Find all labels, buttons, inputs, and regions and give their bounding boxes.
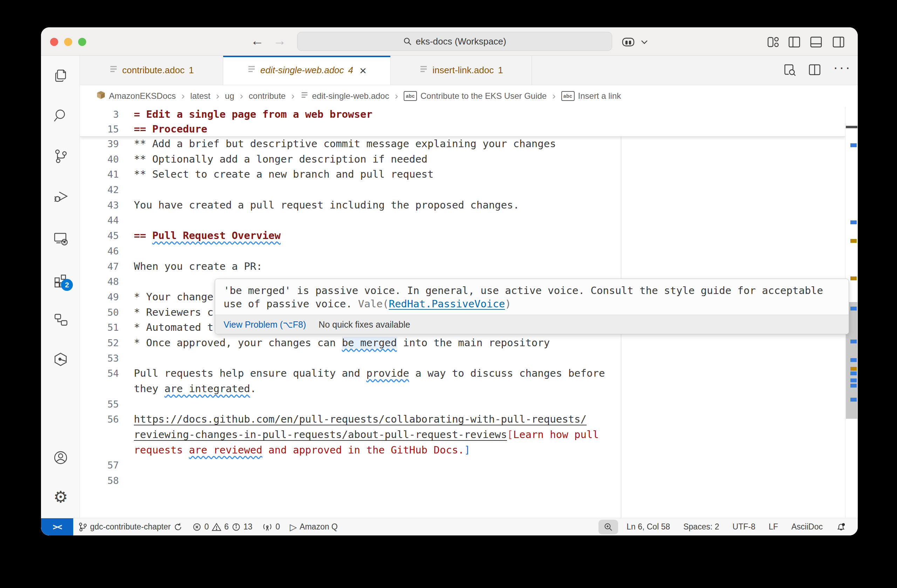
problems-item[interactable]: 0 6 13	[187, 518, 257, 536]
editor-line[interactable]: 46	[80, 243, 845, 259]
editor-line[interactable]: requests are reviewed and approved in th…	[80, 443, 845, 458]
line-number[interactable]: 52	[80, 335, 119, 351]
editor-line[interactable]: 56https://docs.github.com/en/pull-reques…	[80, 412, 845, 427]
broadcast-item[interactable]: 0	[257, 518, 285, 536]
tab-contribute.adoc[interactable]: contribute.adoc1	[80, 56, 223, 85]
line-number[interactable]: 58	[80, 473, 119, 488]
hierarchy-icon[interactable]	[52, 311, 69, 327]
line-number[interactable]: 46	[80, 243, 119, 259]
editor-line[interactable]: 41** Select to create a new branch and p…	[80, 167, 845, 182]
cursor-position[interactable]: Ln 6, Col 58	[621, 518, 675, 536]
customize-layout-icon[interactable]	[766, 35, 780, 49]
close-tab-icon[interactable]: ×	[360, 65, 366, 76]
editor-line[interactable]: reviewing-changes-in-pull-requests/about…	[80, 427, 845, 443]
line-number[interactable]: 3	[80, 107, 119, 122]
line-number[interactable]: 54	[80, 366, 119, 381]
explorer-icon[interactable]	[52, 67, 69, 84]
command-center-search[interactable]: eks-docs (Workspace)	[297, 32, 612, 51]
indentation[interactable]: Spaces: 2	[678, 518, 724, 536]
zoom-status-button[interactable]	[599, 520, 618, 534]
editor-line[interactable]: 55	[80, 397, 845, 412]
language-mode[interactable]: AsciiDoc	[787, 518, 828, 536]
line-number[interactable]: 48	[80, 274, 119, 289]
line-number[interactable]: 43	[80, 198, 119, 213]
chevron-down-icon[interactable]	[637, 35, 651, 49]
breadcrumb-item[interactable]: abcInsert a link	[561, 91, 621, 101]
line-number[interactable]: 55	[80, 397, 119, 412]
eol-sequence[interactable]: LF	[764, 518, 783, 536]
remote-indicator[interactable]: ><	[41, 518, 73, 536]
branch-item[interactable]: gdc-contribute-chapter	[73, 518, 187, 536]
editor[interactable]: 3= Edit a single page from a web browser…	[80, 107, 858, 518]
tab-problem-badge: 1	[498, 65, 503, 76]
editor-line[interactable]: 15== Procedure	[80, 122, 845, 136]
split-editor-icon[interactable]	[808, 63, 821, 78]
line-number[interactable]: 50	[80, 305, 119, 320]
account-icon[interactable]	[52, 450, 69, 466]
line-number[interactable]: 15	[80, 122, 119, 137]
editor-line[interactable]: 52* Once approved, your changes can be m…	[80, 335, 845, 351]
editor-line[interactable]: 53	[80, 351, 845, 366]
breadcrumb-item[interactable]: ug	[225, 91, 234, 101]
editor-line[interactable]: 57	[80, 458, 845, 473]
editor-line[interactable]: 40** Optionally add a longer description…	[80, 152, 845, 167]
source-control-icon[interactable]	[52, 148, 69, 164]
encoding[interactable]: UTF-8	[728, 518, 760, 536]
editor-line[interactable]: 45== Pull Request Overview	[80, 228, 845, 243]
line-number[interactable]: 49	[80, 289, 119, 305]
tab-edit-single-web.adoc[interactable]: edit-single-web.adoc4×	[223, 56, 391, 85]
notifications-bell[interactable]	[831, 518, 851, 536]
editor-line[interactable]: 47When you create a PR:	[80, 259, 845, 274]
more-actions-icon[interactable]: ···	[833, 64, 851, 77]
sticky-scroll[interactable]: 3= Edit a single page from a web browser…	[80, 107, 845, 137]
breadcrumb-item[interactable]: edit-single-web.adoc	[300, 91, 389, 101]
remote-explorer-icon[interactable]	[52, 231, 69, 247]
package-icon	[96, 90, 106, 102]
line-number[interactable]: 42	[80, 182, 119, 198]
line-number[interactable]: 44	[80, 213, 119, 228]
editor-line[interactable]: 43You have created a pull request includ…	[80, 198, 845, 213]
editor-line[interactable]: 58	[80, 473, 845, 488]
toggle-secondary-sidebar-icon[interactable]	[831, 35, 845, 49]
branch-name: gdc-contribute-chapter	[90, 522, 171, 531]
vale-rule-link[interactable]: RedHat.PassiveVoice	[389, 298, 505, 310]
aws-hexagon-icon[interactable]	[52, 351, 69, 367]
breadcrumb-item[interactable]: AmazonEKSDocs	[96, 90, 176, 102]
line-number[interactable]: 39	[80, 136, 119, 152]
overview-mark	[850, 398, 857, 401]
zoom-window-button[interactable]	[78, 38, 86, 46]
editor-line[interactable]: they are integrated.	[80, 381, 845, 397]
breadcrumb-item[interactable]: abcContribute to the EKS User Guide	[404, 91, 546, 101]
editor-line[interactable]: 44	[80, 213, 845, 228]
line-number[interactable]: 45	[80, 228, 119, 243]
line-number[interactable]: 56	[80, 412, 119, 427]
minimize-window-button[interactable]	[64, 38, 72, 46]
editor-line[interactable]: 42	[80, 182, 845, 198]
line-number[interactable]: 40	[80, 152, 119, 167]
line-number[interactable]: 47	[80, 259, 119, 274]
extensions-icon[interactable]: 2	[52, 272, 69, 288]
open-preview-icon[interactable]	[783, 63, 796, 78]
amazon-q-item[interactable]: ▷ Amazon Q	[285, 518, 343, 536]
view-problem-link[interactable]: View Problem (⌥F8)	[223, 320, 306, 330]
toggle-panel-icon[interactable]	[809, 35, 823, 49]
breadcrumb-item[interactable]: latest	[190, 91, 210, 101]
breadcrumb-item[interactable]: contribute	[249, 91, 286, 101]
editor-line[interactable]: 54Pull requests help ensure quality and …	[80, 366, 845, 381]
forward-arrow-icon[interactable]: →	[273, 33, 286, 48]
toggle-primary-sidebar-icon[interactable]	[787, 35, 801, 49]
tab-insert-link.adoc[interactable]: insert-link.adoc1	[391, 56, 532, 85]
copilot-icon[interactable]	[621, 35, 635, 49]
settings-gear-icon[interactable]: ⚙	[52, 489, 69, 505]
overview-mark	[850, 306, 857, 311]
line-number[interactable]: 41	[80, 167, 119, 182]
run-debug-icon[interactable]	[52, 189, 69, 205]
close-window-button[interactable]	[50, 38, 58, 46]
line-number[interactable]: 57	[80, 458, 119, 473]
line-number[interactable]: 53	[80, 351, 119, 366]
back-arrow-icon[interactable]: ←	[251, 33, 264, 48]
line-number[interactable]: 51	[80, 320, 119, 335]
editor-line[interactable]: 39** Add a brief but descriptive commit …	[80, 136, 845, 152]
editor-line[interactable]: 3= Edit a single page from a web browser	[80, 107, 845, 122]
search-icon[interactable]	[52, 107, 69, 124]
